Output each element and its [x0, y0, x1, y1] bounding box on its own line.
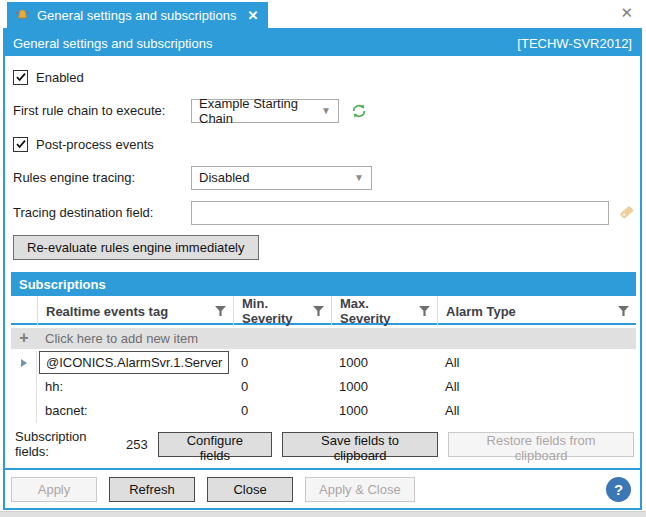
- max-severity-cell[interactable]: 1000: [331, 403, 437, 418]
- first-rule-chain-row: First rule chain to execute: Example Sta…: [13, 98, 636, 123]
- filter-funnel-icon[interactable]: [618, 306, 629, 316]
- alarm-bell-icon: [15, 8, 30, 23]
- screen: General settings and subscriptions ✕ ✕ G…: [0, 0, 646, 517]
- tab-title: General settings and subscriptions: [37, 8, 236, 23]
- apply-button[interactable]: Apply: [11, 477, 97, 502]
- min-severity-cell[interactable]: 0: [233, 379, 331, 394]
- tab-close-icon[interactable]: ✕: [247, 8, 258, 23]
- subscription-fields-count: 253: [126, 437, 148, 452]
- column-header-min-severity[interactable]: Min. Severity: [233, 296, 331, 326]
- add-new-item-row[interactable]: + Click here to add new item: [11, 328, 636, 349]
- tracing-destination-row: Tracing destination field:: [13, 200, 636, 225]
- tracing-label: Rules engine tracing:: [13, 170, 191, 185]
- dialog-content: Enabled First rule chain to execute: Exa…: [5, 56, 640, 468]
- dialog-title-bar: General settings and subscriptions [TECH…: [5, 30, 640, 56]
- first-rule-chain-value: Example Starting Chain: [199, 96, 313, 126]
- chevron-down-icon: ▼: [321, 105, 331, 116]
- subscriptions-grid: Realtime events tag Min. Severity Max. S…: [11, 296, 636, 423]
- table-row[interactable]: @ICONICS.AlarmSvr.1.Server 0 1000 All: [11, 351, 636, 375]
- grid-header-row: Realtime events tag Min. Severity Max. S…: [11, 296, 636, 325]
- close-button[interactable]: Close: [207, 477, 293, 502]
- refresh-button[interactable]: Refresh: [109, 477, 195, 502]
- alarm-type-cell[interactable]: All: [437, 379, 636, 394]
- realtime-events-tag-cell-editor[interactable]: @ICONICS.AlarmSvr.1.Server: [39, 351, 229, 374]
- filter-funnel-icon[interactable]: [313, 306, 324, 316]
- plus-icon: +: [11, 330, 37, 346]
- first-rule-chain-select[interactable]: Example Starting Chain ▼: [191, 99, 339, 123]
- row-gutter: [11, 399, 37, 423]
- table-row[interactable]: hh: 0 1000 All: [11, 375, 636, 399]
- tag-browse-icon[interactable]: [616, 204, 636, 221]
- table-row[interactable]: bacnet: 0 1000 All: [11, 399, 636, 423]
- tracing-row: Rules engine tracing: Disabled ▼: [13, 165, 636, 190]
- general-settings-dialog: General settings and subscriptions [TECH…: [3, 28, 642, 510]
- server-name-badge: [TECHW-SVR2012]: [517, 36, 632, 51]
- grid-gutter-header: [11, 296, 37, 326]
- alarm-type-cell[interactable]: All: [437, 403, 636, 418]
- first-rule-chain-label: First rule chain to execute:: [13, 103, 191, 118]
- post-process-label: Post-process events: [36, 137, 154, 152]
- enabled-label: Enabled: [36, 70, 84, 85]
- realtime-events-tag-cell[interactable]: bacnet:: [37, 403, 233, 418]
- column-header-alarm-type[interactable]: Alarm Type: [437, 296, 636, 326]
- enabled-checkbox[interactable]: [13, 70, 28, 85]
- post-process-checkbox[interactable]: [13, 137, 28, 152]
- enabled-row: Enabled: [13, 66, 636, 88]
- realtime-events-tag-cell[interactable]: hh:: [37, 379, 233, 394]
- min-severity-cell[interactable]: 0: [233, 403, 331, 418]
- window-bottom-edge: [0, 511, 646, 517]
- restore-fields-button[interactable]: Restore fields from clipboard: [448, 432, 634, 457]
- column-header-realtime-events-tag[interactable]: Realtime events tag: [37, 296, 233, 326]
- row-arrow-icon: [21, 359, 27, 367]
- window-close-icon[interactable]: ✕: [620, 5, 633, 20]
- add-new-item-label: Click here to add new item: [37, 331, 636, 346]
- tab-general-settings[interactable]: General settings and subscriptions ✕: [7, 2, 268, 28]
- reevaluate-rules-button[interactable]: Re-evaluate rules engine immediately: [13, 235, 259, 260]
- tracing-destination-label: Tracing destination field:: [13, 205, 191, 220]
- post-process-row: Post-process events: [13, 133, 636, 155]
- tracing-destination-input[interactable]: [191, 201, 609, 225]
- save-fields-button[interactable]: Save fields to clipboard: [282, 432, 438, 457]
- row-gutter: [11, 375, 37, 399]
- tracing-select[interactable]: Disabled ▼: [191, 166, 372, 190]
- dialog-title: General settings and subscriptions: [13, 36, 212, 51]
- footer-button-bar: Apply Refresh Close Apply & Close ?: [5, 468, 640, 508]
- subscriptions-section-header: Subscriptions: [11, 272, 636, 296]
- apply-and-close-button[interactable]: Apply & Close: [305, 477, 415, 502]
- min-severity-cell[interactable]: 0: [233, 355, 331, 370]
- subscription-fields-bar: Subscription fields: 253 Configure field…: [11, 423, 636, 468]
- filter-funnel-icon[interactable]: [215, 306, 226, 316]
- filter-funnel-icon[interactable]: [419, 306, 430, 316]
- configure-fields-button[interactable]: Configure fields: [158, 432, 272, 457]
- refresh-chains-icon[interactable]: [349, 103, 369, 119]
- help-icon[interactable]: ?: [606, 477, 631, 502]
- tab-strip: General settings and subscriptions ✕ ✕: [0, 0, 646, 28]
- max-severity-cell[interactable]: 1000: [331, 379, 437, 394]
- column-header-max-severity[interactable]: Max. Severity: [331, 296, 437, 326]
- max-severity-cell[interactable]: 1000: [331, 355, 437, 370]
- tracing-value: Disabled: [199, 170, 250, 185]
- alarm-type-cell[interactable]: All: [437, 355, 636, 370]
- chevron-down-icon: ▼: [354, 172, 364, 183]
- current-row-indicator: [11, 351, 37, 375]
- subscription-fields-label: Subscription fields:: [15, 429, 119, 459]
